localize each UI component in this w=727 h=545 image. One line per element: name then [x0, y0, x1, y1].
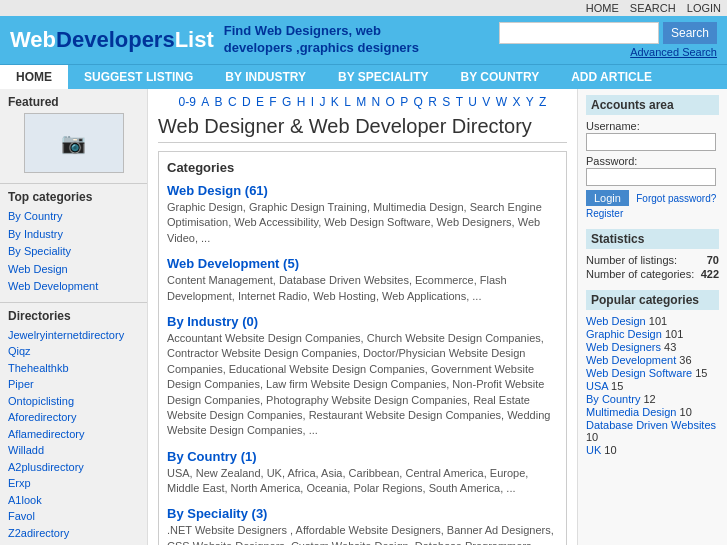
center-content: 0-9 A B C D E F G H I J K L M N O P Q R …	[148, 89, 577, 545]
cat-web-dev-desc: Content Management, Database Driven Webs…	[167, 273, 558, 304]
directories-title: Directories	[8, 309, 139, 323]
popular-9-link[interactable]: UK	[586, 444, 601, 456]
cat-link-web-design[interactable]: Web Design	[8, 261, 139, 279]
alpha-09[interactable]: 0-9	[179, 95, 196, 109]
alpha-F[interactable]: F	[269, 95, 276, 109]
alpha-D[interactable]: D	[242, 95, 251, 109]
alpha-Q[interactable]: Q	[414, 95, 423, 109]
dir-3[interactable]: Piper	[8, 376, 139, 393]
header: WebDevelopersList Find Web Designers, we…	[0, 16, 727, 64]
alpha-K[interactable]: K	[331, 95, 339, 109]
alpha-V[interactable]: V	[482, 95, 490, 109]
dir-1[interactable]: Qiqz	[8, 343, 139, 360]
dir-12[interactable]: Z2adirectory	[8, 525, 139, 542]
popular-3-count: 36	[679, 354, 691, 366]
cat-by-speciality-link[interactable]: By Speciality	[167, 506, 248, 521]
login-link[interactable]: LOGIN	[687, 2, 721, 14]
search-row: Search	[499, 22, 717, 44]
dir-10[interactable]: A1look	[8, 492, 139, 509]
logo[interactable]: WebDevelopersList	[10, 29, 214, 51]
top-categories-title: Top categories	[8, 190, 139, 204]
featured-box: 📷	[24, 113, 124, 173]
dir-7[interactable]: Willadd	[8, 442, 139, 459]
alpha-N[interactable]: N	[372, 95, 381, 109]
dir-8[interactable]: A2plusdirectory	[8, 459, 139, 476]
cat-by-speciality-title: By Speciality (3)	[167, 506, 558, 521]
nav-country[interactable]: BY COUNTRY	[445, 65, 556, 89]
stat-categories-value: 422	[701, 268, 719, 280]
dir-11[interactable]: Favol	[8, 508, 139, 525]
featured-title: Featured	[8, 95, 139, 109]
alpha-R[interactable]: R	[428, 95, 437, 109]
cat-link-by-industry[interactable]: By Industry	[8, 226, 139, 244]
register-link[interactable]: Register	[586, 208, 719, 219]
nav-suggest[interactable]: SUGGEST LISTING	[68, 65, 209, 89]
popular-1-link[interactable]: Graphic Design	[586, 328, 662, 340]
popular-3-link[interactable]: Web Development	[586, 354, 676, 366]
cat-web-dev-link[interactable]: Web Development	[167, 256, 279, 271]
nav-home[interactable]: HOME	[0, 65, 68, 89]
cat-link-web-dev[interactable]: Web Development	[8, 278, 139, 296]
alpha-S[interactable]: S	[442, 95, 450, 109]
search-link[interactable]: SEARCH	[630, 2, 676, 14]
dir-0[interactable]: Jewelryinternetdirectory	[8, 327, 139, 344]
alpha-E[interactable]: E	[256, 95, 264, 109]
popular-3: Web Development 36	[586, 354, 719, 366]
alpha-J[interactable]: J	[319, 95, 325, 109]
alpha-Z[interactable]: Z	[539, 95, 546, 109]
advanced-search-link[interactable]: Advanced Search	[630, 46, 717, 58]
password-input[interactable]	[586, 168, 716, 186]
cat-web-design-title: Web Design (61)	[167, 183, 558, 198]
popular-6: By Country 12	[586, 393, 719, 405]
category-web-design: Web Design (61) Graphic Design, Graphic …	[167, 183, 558, 246]
nav-industry[interactable]: BY INDUSTRY	[209, 65, 322, 89]
alpha-L[interactable]: L	[344, 95, 351, 109]
dir-2[interactable]: Thehealthkb	[8, 360, 139, 377]
login-button[interactable]: Login	[586, 190, 629, 206]
popular-section: Popular categories Web Design 101 Graphi…	[586, 290, 719, 456]
alpha-W[interactable]: W	[496, 95, 507, 109]
search-input[interactable]	[499, 22, 659, 44]
alpha-B[interactable]: B	[215, 95, 223, 109]
cat-web-design-link[interactable]: Web Design	[167, 183, 241, 198]
alpha-M[interactable]: M	[356, 95, 366, 109]
alpha-P[interactable]: P	[400, 95, 408, 109]
alpha-I[interactable]: I	[311, 95, 314, 109]
popular-6-link[interactable]: By Country	[586, 393, 640, 405]
popular-4-link[interactable]: Web Design Software	[586, 367, 692, 379]
alpha-C[interactable]: C	[228, 95, 237, 109]
search-button[interactable]: Search	[663, 22, 717, 44]
alpha-T[interactable]: T	[456, 95, 463, 109]
dir-9[interactable]: Erxp	[8, 475, 139, 492]
dir-4[interactable]: Ontopiclisting	[8, 393, 139, 410]
logo-area: WebDevelopersList Find Web Designers, we…	[10, 23, 424, 57]
dir-13[interactable]: Allrelevansites	[8, 541, 139, 545]
popular-2-link[interactable]: Web Designers	[586, 341, 661, 353]
popular-5-link[interactable]: USA	[586, 380, 608, 392]
alpha-A[interactable]: A	[201, 95, 209, 109]
alpha-X[interactable]: X	[512, 95, 520, 109]
popular-8-link[interactable]: Database Driven Websites	[586, 419, 716, 431]
popular-0-link[interactable]: Web Design	[586, 315, 646, 327]
dir-6[interactable]: Aflamedirectory	[8, 426, 139, 443]
cat-link-by-speciality[interactable]: By Speciality	[8, 243, 139, 261]
cat-link-by-country[interactable]: By Country	[8, 208, 139, 226]
alpha-Y[interactable]: Y	[526, 95, 534, 109]
nav-article[interactable]: ADD ARTICLE	[555, 65, 668, 89]
alpha-H[interactable]: H	[297, 95, 306, 109]
nav-speciality[interactable]: BY SPECIALITY	[322, 65, 444, 89]
popular-7-link[interactable]: Multimedia Design	[586, 406, 676, 418]
alpha-G[interactable]: G	[282, 95, 291, 109]
categories-header: Categories	[167, 160, 558, 175]
alpha-U[interactable]: U	[468, 95, 477, 109]
username-input[interactable]	[586, 133, 716, 151]
cat-by-industry-title: By Industry (0)	[167, 314, 558, 329]
stat-categories: Number of categories: 422	[586, 268, 719, 280]
dir-5[interactable]: Aforedirectory	[8, 409, 139, 426]
top-bar: HOME SEARCH LOGIN	[0, 0, 727, 16]
cat-by-country-link[interactable]: By Country	[167, 449, 237, 464]
home-link[interactable]: HOME	[586, 2, 619, 14]
cat-by-industry-link[interactable]: By Industry	[167, 314, 239, 329]
forgot-password-link[interactable]: Forgot password?	[636, 193, 716, 204]
alpha-O[interactable]: O	[386, 95, 395, 109]
